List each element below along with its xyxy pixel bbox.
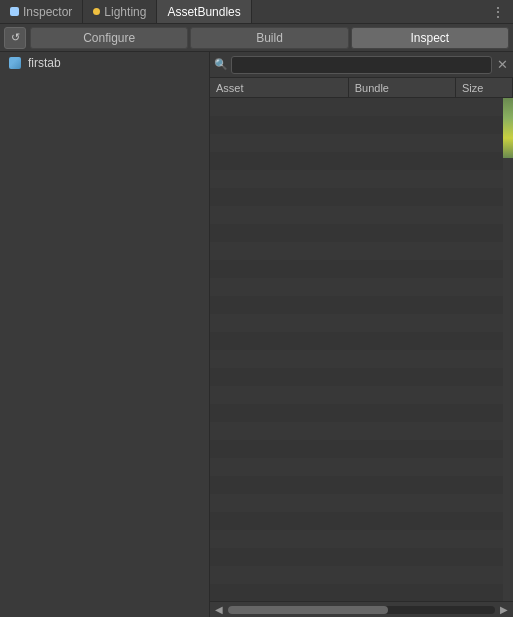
bundle-item-firstab[interactable]: firstab [0, 52, 209, 74]
table-row [210, 530, 513, 548]
table-row [210, 296, 513, 314]
left-panel: firstab [0, 52, 210, 617]
column-header-bundle: Bundle [349, 78, 456, 97]
table-row [210, 494, 513, 512]
bundle-cube-icon [8, 56, 22, 70]
table-row [210, 116, 513, 134]
table-row [210, 224, 513, 242]
h-scrollbar-track [228, 606, 495, 614]
sub-tab-configure[interactable]: Configure [30, 27, 188, 49]
table-row [210, 206, 513, 224]
inspector-icon [10, 7, 19, 16]
search-input[interactable] [231, 56, 492, 74]
tab-lighting[interactable]: Lighting [83, 0, 157, 23]
table-row [210, 332, 513, 350]
tab-inspector-label: Inspector [23, 5, 72, 19]
table-row [210, 368, 513, 386]
table-row [210, 98, 513, 116]
column-header-size: Size [456, 78, 513, 97]
table-row [210, 404, 513, 422]
scroll-left-arrow[interactable]: ◀ [212, 603, 226, 617]
table-body [210, 98, 513, 601]
table-row [210, 278, 513, 296]
tab-assetbundles-label: AssetBundles [167, 5, 240, 19]
table-row [210, 584, 513, 601]
table-row [210, 260, 513, 278]
table-row [210, 476, 513, 494]
table-row [210, 422, 513, 440]
table-row [210, 170, 513, 188]
table-row [210, 350, 513, 368]
table-row [210, 188, 513, 206]
table-row [210, 134, 513, 152]
refresh-button[interactable]: ↺ [4, 27, 26, 49]
clear-search-button[interactable]: ✕ [495, 58, 509, 72]
lighting-icon [93, 8, 100, 15]
column-header-asset: Asset [210, 78, 349, 97]
h-scrollbar-thumb [228, 606, 388, 614]
table-row [210, 386, 513, 404]
tab-inspector[interactable]: Inspector [0, 0, 83, 23]
search-icon: 🔍 [214, 58, 228, 71]
cube-shape [9, 57, 21, 69]
scroll-right-arrow[interactable]: ▶ [497, 603, 511, 617]
bundle-item-label: firstab [28, 56, 61, 70]
table-row [210, 548, 513, 566]
sub-tab-build[interactable]: Build [190, 27, 348, 49]
table-row [210, 512, 513, 530]
sub-tab-bar: ↺ Configure Build Inspect [0, 24, 513, 52]
search-bar: 🔍 ✕ [210, 52, 513, 78]
table-row [210, 242, 513, 260]
main-content: firstab 🔍 ✕ Asset Bundle Size [0, 52, 513, 617]
table-row [210, 314, 513, 332]
table-row [210, 458, 513, 476]
tab-menu-icon[interactable]: ⋮ [483, 4, 513, 20]
sub-tab-inspect[interactable]: Inspect [351, 27, 509, 49]
table-header: Asset Bundle Size [210, 78, 513, 98]
scroll-thumb [503, 98, 513, 158]
table-row [210, 152, 513, 170]
table-row [210, 440, 513, 458]
right-panel: 🔍 ✕ Asset Bundle Size [210, 52, 513, 617]
tab-lighting-label: Lighting [104, 5, 146, 19]
top-tab-bar: Inspector Lighting AssetBundles ⋮ [0, 0, 513, 24]
horizontal-scrollbar[interactable]: ◀ ▶ [210, 601, 513, 617]
table-row [210, 566, 513, 584]
tab-assetbundles[interactable]: AssetBundles [157, 0, 251, 23]
vertical-scrollbar[interactable] [503, 98, 513, 601]
